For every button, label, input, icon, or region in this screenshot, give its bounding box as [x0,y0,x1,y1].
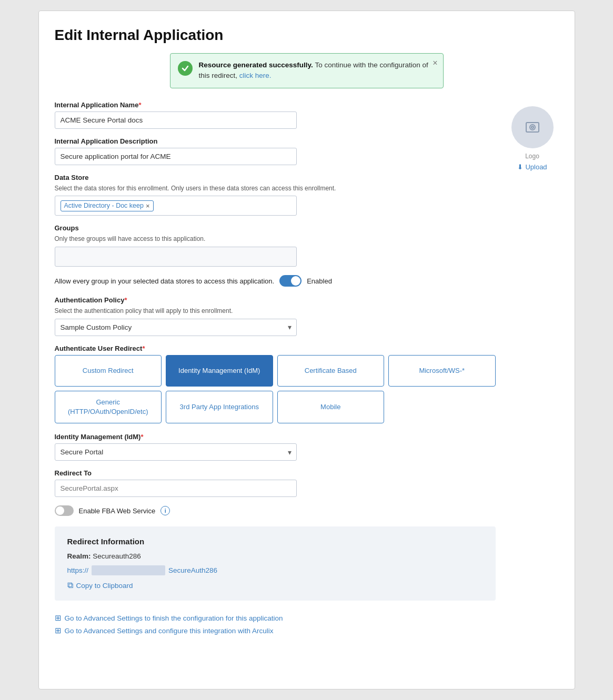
idm-select[interactable]: Secure Portal Option 2 Option 3 [55,443,297,461]
auth-policy-label: Authentication Policy* [55,296,496,304]
groups-group: Groups Only these groups will have acces… [55,224,496,267]
auth-policy-sublabel: Select the authentication policy that wi… [55,307,496,316]
url-suffix: SecureAuth286 [168,566,217,574]
auth-policy-select-wrapper: Sample Custom Policy Default Policy Cust… [55,319,297,336]
upload-icon: ⬇ [517,163,523,171]
redirect-to-label: Redirect To [55,469,496,477]
datastore-tag: Active Directory - Doc keep × [61,200,154,211]
app-desc-group: Internal Application Description [55,137,496,165]
groups-input[interactable] [55,247,297,267]
datastore-label: Data Store [55,174,496,181]
app-name-input[interactable] [55,111,297,129]
copy-to-clipboard-button[interactable]: ⧉ Copy to Clipboard [67,581,133,590]
copy-icon: ⧉ [67,581,73,590]
redirect-to-input[interactable] [55,480,297,497]
redirect-btn-generic[interactable]: Generic (HTTP/OAuth/OpenID/etc) [55,391,162,423]
redirect-btn-mobile[interactable]: Mobile [277,391,385,423]
idm-label: Identity Management (IdM)* [55,433,496,441]
toggle-status: Enabled [307,277,332,285]
auth-policy-select[interactable]: Sample Custom Policy Default Policy Cust… [55,319,297,336]
realm-row: Realm: Secureauth286 [67,552,483,560]
advanced-settings-icon2: ⊞ [55,626,62,635]
auth-policy-group: Authentication Policy* Select the authen… [55,296,496,336]
toggle-label: Allow every group in your selected data … [55,277,275,285]
redirect-info-title: Redirect Information [67,537,483,546]
url-row: https:// SecureAuth286 [67,565,483,575]
page-title: Edit Internal Application [55,27,559,44]
banner-link[interactable]: click here. [239,72,272,79]
redirect-btn-empty [388,391,496,423]
svg-point-1 [530,125,535,130]
idm-group: Identity Management (IdM)* Secure Portal… [55,433,496,461]
logo-label: Logo [525,153,539,160]
fba-toggle[interactable] [55,505,74,516]
banner-text: Resource generated successfully. To cont… [199,60,436,82]
advanced-settings-icon1: ⊞ [55,613,62,623]
user-redirect-group: Authenticate User Redirect* Custom Redir… [55,344,496,423]
advanced-settings-link2[interactable]: ⊞ Go to Advanced Settings and configure … [55,626,496,635]
redirect-buttons-row1: Custom Redirect Identity Management (IdM… [55,355,496,387]
datastore-tag-close[interactable]: × [146,202,150,210]
advanced-settings-link1[interactable]: ⊞ Go to Advanced Settings to finish the … [55,613,496,623]
redirect-btn-cert[interactable]: Certificate Based [277,355,385,387]
groups-sublabel: Only these groups will have access to th… [55,235,496,244]
groups-label: Groups [55,224,496,232]
fba-info-icon[interactable]: i [160,506,170,515]
logo-section: Logo ⬇ Upload [506,101,559,636]
url-blurred [92,565,165,575]
app-desc-input[interactable] [55,148,297,165]
app-name-group: Internal Application Name* [55,101,496,129]
success-banner: Resource generated successfully. To cont… [170,53,444,88]
redirect-info-box: Redirect Information Realm: Secureauth28… [55,526,496,601]
svg-rect-0 [526,123,539,132]
redirect-btn-idm[interactable]: Identity Management (IdM) [166,355,273,387]
fba-label: Enable FBA Web Service [79,507,156,515]
datastore-input[interactable]: Active Directory - Doc keep × [55,196,297,216]
main-content: Internal Application Name* Internal Appl… [55,101,559,636]
success-icon [178,61,193,76]
logo-circle [511,106,554,148]
page-container: Edit Internal Application Resource gener… [38,11,575,689]
redirect-btn-custom[interactable]: Custom Redirect [55,355,162,387]
app-desc-label: Internal Application Description [55,137,496,145]
user-redirect-label: Authenticate User Redirect* [55,344,496,352]
redirect-btn-3rdparty[interactable]: 3rd Party App Integrations [166,391,273,423]
redirect-buttons-row2: Generic (HTTP/OAuth/OpenID/etc) 3rd Part… [55,391,496,423]
toggle-row: Allow every group in your selected data … [55,275,496,287]
form-section: Internal Application Name* Internal Appl… [55,101,496,636]
upload-button[interactable]: ⬇ Upload [517,163,547,171]
toggle-knob [291,276,300,286]
datastore-sublabel: Select the data stores for this enrollme… [55,184,496,193]
banner-close-button[interactable]: × [433,59,437,67]
idm-select-wrapper: Secure Portal Option 2 Option 3 ▾ [55,443,297,461]
redirect-btn-msws[interactable]: Microsoft/WS-* [388,355,496,387]
datastore-group: Data Store Select the data stores for th… [55,174,496,216]
url-prefix: https:// [67,566,89,574]
redirect-to-group: Redirect To [55,469,496,497]
app-name-label: Internal Application Name* [55,101,496,109]
svg-point-2 [531,126,534,128]
all-groups-toggle[interactable] [279,275,302,287]
enable-fba-row: Enable FBA Web Service i [55,505,496,516]
footer-links: ⊞ Go to Advanced Settings to finish the … [55,613,496,635]
fba-toggle-knob [56,506,64,515]
